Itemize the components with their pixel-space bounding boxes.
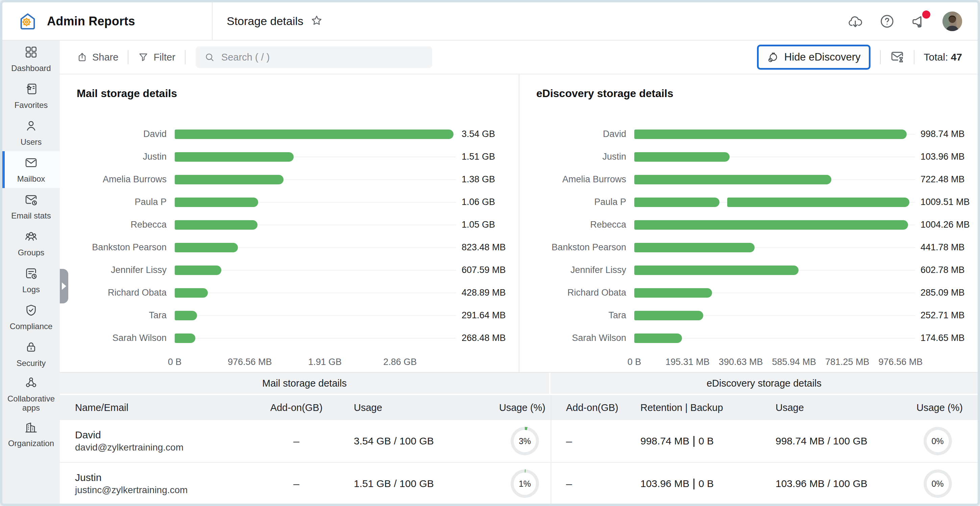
page-title-wrap: Storage details [213,14,323,29]
sidebar-item-users[interactable]: Users [2,114,60,151]
chart-bar[interactable] [175,243,238,252]
search-input[interactable] [221,51,423,63]
table-row[interactable]: Justin justinc@zylkertraining.com – 1.51… [60,463,978,505]
chart-value-label: 1.06 GB [456,197,519,208]
chart-category-label: Richard Obata [519,287,634,298]
email-stats-icon [24,193,38,208]
chart-bar[interactable] [634,175,831,184]
notification-dot [922,11,930,19]
chart-title: eDiscovery storage details [519,86,978,100]
chart-bar-track [634,152,915,162]
sidebar-item-favorites[interactable]: Favorites [2,77,60,114]
chart-bar-track [634,288,915,298]
ed-usage-donut: 0% [924,469,952,498]
chart-bar[interactable] [175,311,197,320]
sidebar-item-logs[interactable]: Logs [2,262,60,298]
row-email: david@zylkertraining.com [75,441,249,454]
chart-bar[interactable] [634,198,719,207]
sidebar-item-label: Users [21,137,42,147]
chart-bar[interactable] [175,175,283,184]
mail-usage-pct: 3% [519,436,531,446]
chart-category-label: Tara [519,310,634,321]
share-button[interactable]: Share [77,52,118,63]
table-body: David david@zylkertraining.com – 3.54 GB… [60,420,978,505]
col-ed-usage-pct: Usage (%) [916,402,980,413]
sidebar-expand-handle[interactable] [60,269,68,303]
sidebar-item-label: Mailbox [17,174,45,184]
chart-bar[interactable] [175,265,221,275]
sidebar-item-collaborative-apps[interactable]: Collaborative apps [2,372,60,416]
chart-bar[interactable] [175,152,294,162]
chart-bar[interactable] [175,334,195,343]
sidebar-item-label: Organization [8,439,54,448]
app-title: Admin Reports [47,14,135,29]
chart-bar[interactable] [634,152,730,162]
chart-category-label: Rebecca [519,220,634,230]
chart-category-label: Richard Obata [60,287,175,298]
ed-retention-value: 103.96 MB [640,478,689,489]
sidebar-nav: Dashboard Favorites Users Mailbox Email … [2,41,60,453]
table-group-header: Mail storage details eDiscovery storage … [60,373,978,395]
app-header: Admin Reports Storage details [2,2,978,41]
user-avatar[interactable] [942,11,962,31]
chart-bar[interactable] [175,129,453,139]
chart-value-label: 1009.51 MB [915,197,978,208]
filter-button[interactable]: Filter [138,52,175,63]
chart-row: Richard Obata 285.09 MB [519,281,978,304]
toolbar-divider [185,50,186,64]
help-icon[interactable] [879,13,895,29]
chart-bar[interactable] [175,288,208,298]
chart-bar[interactable] [175,198,258,207]
chart-bar-track [175,243,456,252]
chart-bar[interactable] [634,334,682,343]
hide-ediscovery-button[interactable]: Hide eDiscovery [757,45,870,70]
chart-category-label: Bankston Pearson [519,242,634,253]
ed-addon-value: – [552,477,636,490]
users-icon [24,119,38,135]
chart-row: Amelia Burrows 722.48 MB [519,168,978,191]
chart-value-label: 103.96 MB [915,152,978,162]
chart-bar[interactable] [634,243,755,252]
sidebar-item-security[interactable]: Security [2,335,60,372]
chart-row: Rebecca 1004.26 MB [519,214,978,236]
sidebar-item-compliance[interactable]: Compliance [2,298,60,335]
sidebar-item-dashboard[interactable]: Dashboard [2,41,60,77]
chart-bar[interactable] [634,220,908,230]
table-row[interactable]: David david@zylkertraining.com – 3.54 GB… [60,420,978,463]
chart-bar[interactable] [634,129,907,139]
chart-value-label: 428.89 MB [456,287,519,298]
chart-bar[interactable] [634,288,712,298]
ed-backup-value: 0 B [698,478,714,489]
mail-usage-donut: 1% [511,469,539,498]
chart-bar-track [634,243,915,252]
groups-icon [24,230,38,245]
sidebar-item-groups[interactable]: Groups [2,225,60,262]
ed-backup-value: 0 B [698,435,714,447]
chart-row: Amelia Burrows 1.38 GB [60,168,519,191]
sidebar-item-email-stats[interactable]: Email stats [2,188,60,225]
chart-bar[interactable] [175,220,258,230]
announcements-icon[interactable] [911,13,927,29]
chart-value-label: 602.78 MB [915,265,978,275]
chart-bar[interactable] [634,311,703,320]
sidebar-item-organization[interactable]: Organization [2,416,60,453]
search-box[interactable] [196,46,432,68]
chart-bar[interactable] [727,198,909,207]
col-name-email: Name/Email [60,402,249,413]
sidebar-item-mailbox[interactable]: Mailbox [2,151,60,188]
group-header-ediscovery: eDiscovery storage details [550,373,978,394]
chart-bar-track [175,152,456,162]
mail-queue-icon[interactable] [890,49,904,65]
toolbar-divider [880,50,881,64]
cloud-download-icon[interactable] [847,13,864,29]
chart-bar[interactable] [634,265,799,275]
favorite-star-icon[interactable] [310,14,323,29]
chart-value-label: 174.65 MB [915,333,978,343]
brand: Admin Reports [2,2,213,40]
chart-category-label: Paula P [519,197,634,208]
collaborative-apps-icon [24,376,38,391]
search-icon [204,52,215,62]
dashboard-icon [24,45,38,61]
chart-row: Jennifer Lissy 607.59 MB [60,259,519,281]
axis-tick-label: 390.63 MB [719,357,763,367]
